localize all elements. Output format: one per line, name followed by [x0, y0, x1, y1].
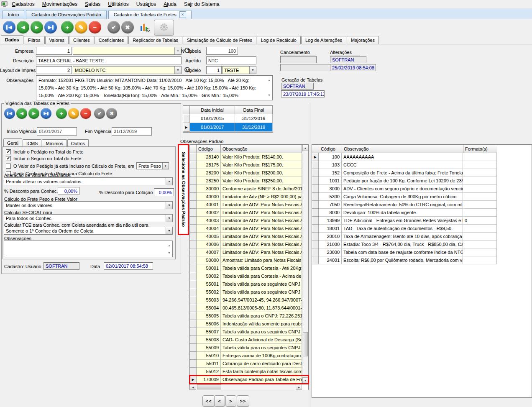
- obs-row[interactable]: 55011Cobrança de carro dedicado para Des…: [190, 360, 308, 368]
- scroll-left-icon[interactable]: ◀: [190, 384, 196, 390]
- obs-row[interactable]: 55005Tabela válida para o CNPJ: 72.226.2…: [190, 312, 308, 320]
- horizontal-scrollbar[interactable]: ◀ ▶: [190, 384, 302, 390]
- empresa-code-field[interactable]: 1: [36, 47, 72, 55]
- obs-row[interactable]: 103CCCC: [312, 161, 532, 169]
- obs-row[interactable]: 55009Tabela válida para os seguintes CNP…: [190, 344, 308, 352]
- scroll-down-icon[interactable]: ▼: [168, 249, 171, 257]
- edit-record-button[interactable]: ✎: [75, 21, 87, 33]
- vig-delete-record-button[interactable]: −: [80, 108, 91, 119]
- delete-record-button[interactable]: −: [89, 21, 101, 33]
- menu-item-usuarios[interactable]: Usuários: [133, 0, 160, 8]
- desconto-conhec-field[interactable]: 0,00%: [58, 187, 79, 195]
- vig-previous-record-button[interactable]: ◀: [16, 108, 27, 119]
- date-range-row[interactable]: 01/01/201531/12/2016: [183, 114, 273, 123]
- obs-row[interactable]: 40004Limitador de ADV: Para Notas Fiscai…: [190, 225, 308, 233]
- apelido-field[interactable]: NTC: [206, 56, 256, 64]
- fim-vigencia-field[interactable]: 31/12/2019: [112, 127, 152, 136]
- menu-item-cadastros[interactable]: Cadastros: [8, 0, 38, 8]
- confirm-button[interactable]: ✔: [107, 21, 120, 33]
- calcular-tce-combo[interactable]: Somente o 1º Conhec da Ordem de Coleta▼: [4, 227, 173, 235]
- scroll-up-icon[interactable]: ▲: [302, 145, 308, 151]
- vig-first-record-button[interactable]: ◀: [4, 108, 15, 119]
- obs-row[interactable]: 5500400.465.813/0005-80, 11.873.644/0001…: [190, 304, 308, 312]
- header-data-inicial[interactable]: Data Inicial: [190, 106, 235, 114]
- tab-coeficientes[interactable]: Coeficientes: [95, 36, 128, 44]
- numero-tabela-field[interactable]: 100: [206, 47, 238, 55]
- tab-clientes[interactable]: Clientes: [69, 36, 94, 44]
- settings-button[interactable]: [154, 20, 174, 36]
- tab-replicador-de-tabelas[interactable]: Replicador de Tabelas: [128, 36, 182, 44]
- obs-row[interactable]: 55010Entregas acima de 100Kg,contratação…: [190, 352, 308, 360]
- memo-scrollbar[interactable]: ▲▼: [167, 242, 171, 256]
- calculo-frete-combo[interactable]: Manter os dois valores▼: [4, 201, 173, 209]
- window-tab-cadastro-de-observacoes-padrao[interactable]: Cadastro de Observações Padrão: [26, 10, 106, 19]
- obs-row[interactable]: 5500394.266.947/0012-45, 94.266.947/0007…: [190, 296, 308, 304]
- scrollbar-thumb[interactable]: [197, 384, 221, 389]
- obs-row[interactable]: 24001Escolta: R$6,00 por Quilômetro roda…: [312, 256, 532, 264]
- scroll-down-icon[interactable]: ▼: [268, 92, 271, 99]
- obs-row[interactable]: 55007Tabela válida para os seguintes CNP…: [190, 328, 308, 336]
- obs-row[interactable]: 50002Tabela válida para Cortesia - Acima…: [190, 272, 308, 280]
- obs-row[interactable]: 40000Limitador de Adv (NF > R$2.000,00) …: [190, 193, 308, 201]
- vig-cancel-button[interactable]: ✖: [106, 108, 117, 119]
- header-codigo[interactable]: Código: [319, 145, 342, 153]
- modelo-name-combo[interactable]: TESTE▼: [222, 66, 256, 74]
- header-observacao[interactable]: Observação: [342, 145, 463, 153]
- first-record-button[interactable]: ◀: [3, 21, 15, 33]
- obs-row[interactable]: 20010Taxa de Armazenagem: Isento até 10 …: [312, 233, 532, 241]
- vertical-scrollbar[interactable]: ▲ ▼: [302, 145, 308, 384]
- tab-filtros[interactable]: Filtros: [24, 36, 45, 44]
- obs-row[interactable]: 7050Reentrega/Refaturamento: 50% do CTRC…: [312, 201, 532, 209]
- vig-tab-geral[interactable]: Geral: [3, 138, 22, 147]
- scrollbar-thumb[interactable]: [303, 332, 308, 356]
- obs-row[interactable]: 50001Tabela válida para Cortesia - Até 2…: [190, 264, 308, 272]
- checkbox[interactable]: ✓: [6, 156, 11, 161]
- tab-valores[interactable]: Valores: [45, 36, 69, 44]
- menu-item-sair-do-sistema[interactable]: Sair do Sistema: [180, 0, 223, 8]
- header-observacao[interactable]: Observação: [221, 145, 302, 153]
- chart-settings-icon[interactable]: [139, 22, 150, 33]
- vig-tab-minimos[interactable]: Mínimos: [42, 139, 67, 147]
- obs-row[interactable]: 1001Pedágio por fração de 100 Kg. Confor…: [312, 177, 532, 185]
- obs-row[interactable]: 55006Indenização válida somente para rou…: [190, 320, 308, 328]
- checkbox[interactable]: [6, 164, 11, 169]
- pager-last-button[interactable]: >>: [237, 395, 249, 407]
- obs-row[interactable]: 28200Valor Kilo Produto: R$200,00.: [190, 169, 308, 177]
- obs-row[interactable]: 40005Limitador de ADV: Para Notas Fiscai…: [190, 233, 308, 241]
- layout-code-field[interactable]: 2: [36, 66, 72, 74]
- obs-row[interactable]: 40007Limitador de ADV: Para Notas Fiscai…: [190, 248, 308, 256]
- checkbox[interactable]: ✓: [6, 149, 11, 154]
- obs-row[interactable]: 55008CAD- Custo Adicional de Descarga (S…: [190, 336, 308, 344]
- panel-splitter[interactable]: [309, 102, 310, 407]
- obs-row[interactable]: 40002Limitador de ADV: Para Notas Fiscai…: [190, 209, 308, 217]
- vig-last-record-button[interactable]: ▶: [41, 108, 51, 119]
- vig-tab-icms[interactable]: ICMS: [23, 139, 42, 147]
- tab-close-icon[interactable]: ✕: [179, 11, 186, 18]
- scroll-right-icon[interactable]: ▶: [296, 384, 302, 390]
- header-data-final[interactable]: Data Final: [235, 106, 273, 114]
- obs-row[interactable]: ▶170009Observação Padrão para Tabela de …: [190, 376, 308, 384]
- tab-majoracoes[interactable]: Majorações: [347, 36, 379, 44]
- obs-row[interactable]: 55002Tabela válida para os seguintes CNP…: [190, 288, 308, 296]
- obs-row[interactable]: 28175Valor Kilo Produto: R$175,00.: [190, 161, 308, 169]
- obs-row[interactable]: 55012Esta tarifa contempla notas fiscais…: [190, 368, 308, 376]
- inicio-vigencia-field[interactable]: 01/01/2017: [37, 127, 77, 136]
- obs-row[interactable]: 40001Limitador de ADV: Para Notas Fiscai…: [190, 201, 308, 209]
- observacoes-memo[interactable]: Formato: 152081-FKG.TON Usuário: MTZANTO…: [36, 75, 273, 100]
- obs-row[interactable]: 30000Conforme ajuste SINEF 8 de Julho/20…: [190, 185, 308, 193]
- add-record-button[interactable]: +: [61, 21, 74, 33]
- vig-observacoes-memo[interactable]: ▲▼: [4, 241, 173, 257]
- obs-row[interactable]: 21000Estadia: Toco 3/4 - R$764,00 dia, T…: [312, 241, 532, 248]
- selecione-observacoes-annotation[interactable]: Selecione as Observações Padrão: [178, 144, 189, 235]
- menu-item-saidas[interactable]: Saídas: [81, 0, 104, 8]
- menu-item-utilitarios[interactable]: Utilitários: [104, 0, 132, 8]
- date-range-row[interactable]: ▶01/01/201731/12/2019: [183, 123, 273, 132]
- tab-simulacao-de-calculo-de-fretes[interactable]: Simulação de Cálculo de Fretes: [183, 36, 256, 44]
- tab-dados[interactable]: Dados: [1, 35, 23, 44]
- obs-row[interactable]: 5300Carga Volumosa: Cubagem de 300Kg por…: [312, 193, 532, 201]
- pager-previous-button[interactable]: <: [214, 395, 225, 407]
- memo-scrollbar[interactable]: ▲▼: [267, 77, 271, 99]
- cancel-button[interactable]: ✖: [121, 21, 134, 33]
- header-formato[interactable]: Formato(s): [463, 145, 497, 153]
- tab-log-de-alteracoes[interactable]: Log de Alterações: [301, 36, 346, 44]
